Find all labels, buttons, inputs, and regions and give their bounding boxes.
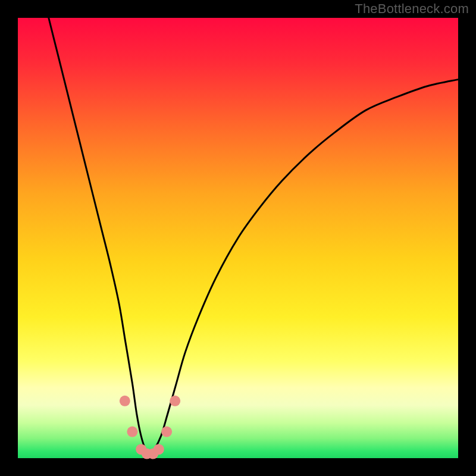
bottleneck-chart (0, 0, 476, 476)
curve-marker (161, 427, 172, 437)
curve-marker (154, 444, 164, 455)
watermark-text: TheBottleneck.com (355, 1, 469, 17)
curve-marker (127, 427, 137, 437)
curve-marker (120, 396, 130, 406)
curve-marker (170, 396, 180, 406)
app-frame: TheBottleneck.com (0, 0, 476, 476)
